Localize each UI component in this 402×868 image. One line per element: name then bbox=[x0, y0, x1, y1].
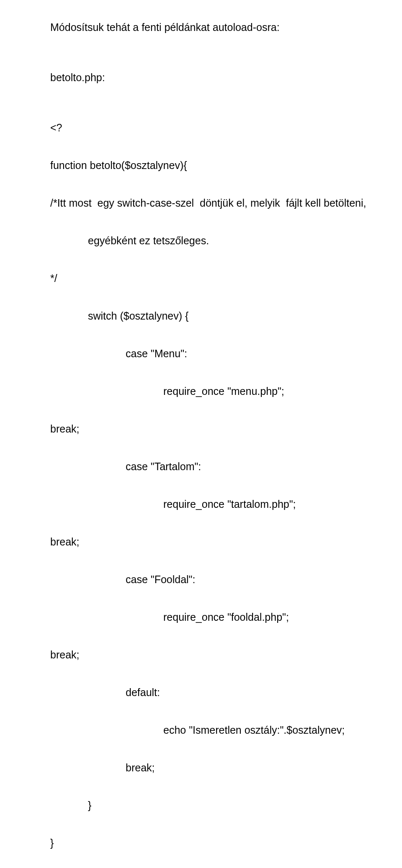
code-block: betolto.php: <? function betolto($osztal… bbox=[50, 59, 352, 868]
code-line: require_once "tartalom.php"; bbox=[50, 498, 352, 510]
code-line: function betolto($osztalynev){ bbox=[50, 159, 352, 172]
code-line: } bbox=[50, 799, 352, 812]
code-line: case "Fooldal": bbox=[50, 573, 352, 586]
code-line: egyébként ez tetszőleges. bbox=[50, 234, 352, 247]
code-line: <? bbox=[50, 121, 352, 134]
code-line: break; bbox=[50, 422, 352, 435]
code-line: /*Itt most egy switch-case-szel döntjük … bbox=[50, 197, 352, 209]
code-line: default: bbox=[50, 686, 352, 699]
code-line: betolto.php: bbox=[50, 71, 352, 84]
code-line: */ bbox=[50, 272, 352, 284]
code-line: break; bbox=[50, 761, 352, 774]
code-line: break; bbox=[50, 535, 352, 548]
code-line: case "Menu": bbox=[50, 347, 352, 360]
code-line: case "Tartalom": bbox=[50, 460, 352, 473]
code-line: require_once "menu.php"; bbox=[50, 385, 352, 397]
code-line: } bbox=[50, 837, 352, 849]
code-line: require_once "fooldal.php"; bbox=[50, 611, 352, 623]
code-line: switch ($osztalynev) { bbox=[50, 310, 352, 322]
code-line: echo "Ismeretlen osztály:".$osztalynev; bbox=[50, 724, 352, 736]
intro-paragraph: Módosítsuk tehát a fenti példánkat autol… bbox=[50, 21, 352, 33]
code-line: break; bbox=[50, 648, 352, 661]
